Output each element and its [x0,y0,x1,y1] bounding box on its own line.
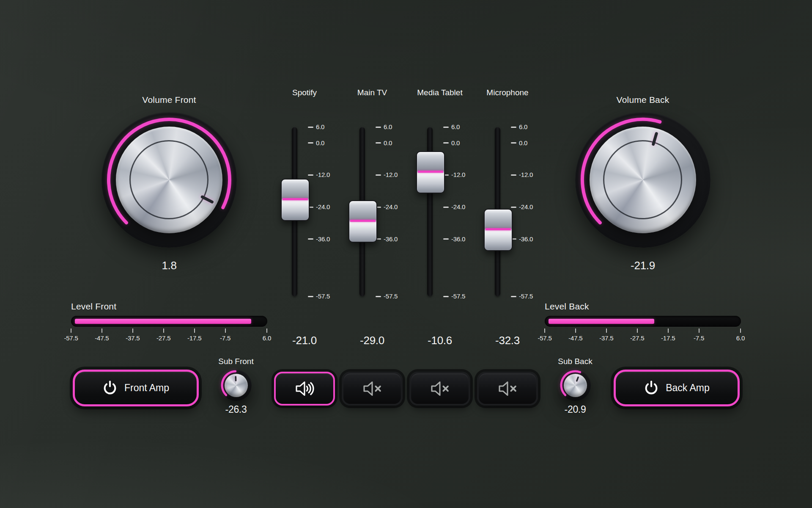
fader-handle-stripe [418,171,443,173]
fader-tick-mark [376,174,381,176]
fader-tick-mark [443,207,449,208]
channel-microphone-value: -32.3 [474,334,541,347]
fader-tick-label: -36.0 [384,235,398,243]
speaker-muted-icon [361,381,383,397]
volume-back-label: Volume Back [571,95,715,105]
channel-media-tablet-label: Media Tablet [402,88,478,97]
channel-main-tv-value: -29.0 [338,334,406,347]
fader-tick-label: 0.0 [384,139,392,147]
channel-spotify-label: Spotify [266,88,343,97]
meter-tick-mark [266,329,267,333]
fader-handle-spotify[interactable] [281,179,310,221]
meter-tick-mark [668,329,669,333]
fader-tick-mark [376,296,381,297]
level-back-label: Level Back [545,301,589,312]
fader-tick-label: -36.0 [451,235,465,243]
meter-tick-label: -37.5 [120,334,145,342]
fader-tick-label: -57.5 [316,292,330,301]
fader-handle-main-tv[interactable] [348,200,377,243]
fader-handle-stripe [350,220,376,222]
fader-tick-label: 6.0 [384,123,392,131]
fader-tick-mark [308,174,313,176]
channel-media-tablet-value: -10.6 [406,334,474,347]
mute-button-media-tablet[interactable] [409,372,470,406]
meter-tick-mark [194,329,195,333]
channel-microphone-label: Microphone [469,88,546,97]
level-front-meter-fill [75,319,251,324]
volume-back-knob[interactable] [571,108,715,252]
fader-tick-mark [308,127,313,128]
fader-tick-mark [511,207,516,208]
mute-button-microphone[interactable] [477,372,538,406]
meter-tick-mark [606,329,607,333]
fader-tick-label: 6.0 [451,123,460,131]
fader-tick-mark [443,142,449,144]
fader-tick-mark [443,296,449,297]
meter-tick-mark [132,329,133,333]
back-amp-button[interactable]: Back Amp [614,370,740,406]
meter-tick-mark [102,329,102,333]
level-front-meter [71,316,267,327]
meter-tick-label: -17.5 [182,334,207,342]
meter-tick-label: -47.5 [89,334,115,342]
fader-tick-mark [376,142,381,144]
front-amp-button[interactable]: Front Amp [73,370,199,406]
fader-handle-media-tablet[interactable] [416,151,445,193]
meter-tick-label: -57.5 [58,334,84,342]
fader-tick-label: -12.0 [519,171,533,179]
meter-tick-mark [740,329,741,333]
fader-tick-label: -57.5 [384,292,398,301]
sub-front-knob[interactable] [219,368,253,402]
fader-tick-label: 0.0 [451,139,460,147]
volume-back-value: -21.9 [571,259,715,272]
fader-tick-label: 0.0 [519,139,527,147]
meter-tick-mark [544,329,545,333]
fader-tick-label: -36.0 [316,235,330,243]
sub-back-knob[interactable] [558,368,592,402]
speaker-loud-icon [294,381,315,397]
audio-mixer-panel: Volume Front 1.8 Volume Back -21.9 Spoti… [0,0,812,508]
fader-tick-mark [443,127,449,128]
fader-tick-mark [511,127,516,128]
fader-tick-label: 6.0 [316,123,324,131]
sub-front-label: Sub Front [206,357,266,366]
knob-value-arc [219,368,253,402]
meter-tick-mark [163,329,164,333]
channel-spotify-value: -21.0 [271,334,338,347]
meter-tick-label: 6.0 [254,334,280,342]
volume-front-value: 1.8 [97,259,241,272]
fader-tick-mark [511,296,516,297]
volume-front-label: Volume Front [97,95,241,105]
meter-tick-mark [575,329,576,333]
meter-tick-mark [225,329,226,333]
fader-handle-stripe [283,198,308,200]
knob-value-arc [558,368,592,402]
meter-tick-label: -57.5 [532,334,557,342]
back-amp-label: Back Amp [666,382,710,394]
volume-front-knob[interactable] [97,108,241,252]
fader-tick-label: -12.0 [451,171,465,179]
mute-button-spotify[interactable] [274,372,335,406]
mute-button-main-tv[interactable] [342,372,403,406]
fader-tick-label: -24.0 [519,203,533,211]
meter-tick-label: -27.5 [151,334,176,342]
meter-tick-mark [637,329,638,333]
fader-tick-label: -57.5 [519,292,533,301]
fader-tick-label: 0.0 [316,139,324,147]
meter-tick-label: 6.0 [728,334,753,342]
knob-value-arc [97,108,241,252]
fader-tick-label: -24.0 [384,203,398,211]
fader-tick-label: -24.0 [451,203,465,211]
sub-back-label: Sub Back [546,357,605,366]
speaker-muted-icon [429,381,451,397]
meter-tick-mark [699,329,700,333]
knob-value-arc [571,108,715,252]
power-icon [102,381,118,396]
fader-tick-mark [308,238,313,240]
level-front-label: Level Front [71,301,116,312]
power-icon [644,381,659,396]
fader-handle-microphone[interactable] [484,209,513,251]
meter-tick-label: -47.5 [563,334,588,342]
meter-tick-label: -27.5 [625,334,650,342]
level-back-meter-fill [549,319,654,324]
